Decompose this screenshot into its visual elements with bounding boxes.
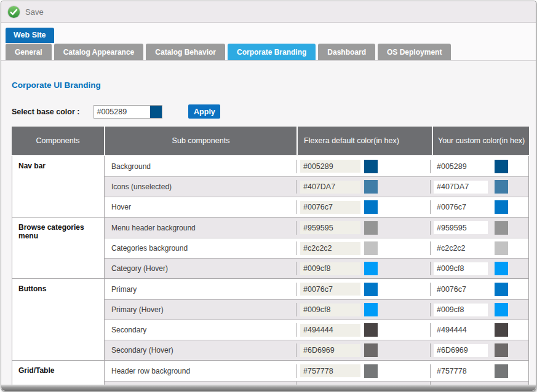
default-color-cell — [296, 160, 430, 173]
tab-dashboard[interactable]: Dashboard — [318, 44, 375, 60]
default-color-cell — [296, 364, 430, 378]
default-color-swatch — [364, 283, 378, 296]
default-color-input — [300, 221, 360, 234]
tab-general[interactable]: General — [6, 44, 52, 60]
column-header: Flexera default color(in hex) — [298, 127, 432, 155]
custom-color-input[interactable] — [434, 283, 488, 296]
secondary-tab-strip: GeneralCatalog AppearanceCatalog Behavio… — [1, 44, 536, 61]
custom-color-cell — [430, 323, 527, 337]
tab-corporate-branding[interactable]: Corporate Branding — [228, 44, 316, 60]
column-header: Your custom color(in hex) — [433, 127, 529, 155]
table-row: Secondary — [105, 319, 528, 340]
custom-color-cell — [430, 262, 527, 275]
tab-os-deployment[interactable]: OS Deployment — [378, 44, 451, 60]
table-row: Categories background — [105, 238, 528, 258]
sub-component-label: Primary — [105, 285, 296, 294]
save-label: Save — [25, 7, 44, 17]
branding-table-body: Nav barBackgroundIcons (unselected)Hover… — [12, 156, 529, 388]
custom-color-input[interactable] — [434, 364, 488, 377]
component-group: Nav barBackgroundIcons (unselected)Hover — [12, 156, 528, 217]
app-window: Save Web Site GeneralCatalog AppearanceC… — [1, 1, 536, 391]
custom-color-swatch — [495, 180, 508, 194]
custom-color-cell — [430, 221, 527, 235]
default-color-cell — [296, 343, 430, 357]
custom-color-cell — [430, 364, 527, 378]
custom-color-cell — [430, 160, 527, 173]
window-bottom-edge — [1, 385, 536, 391]
tab-catalog-appearance[interactable]: Catalog Appearance — [54, 44, 144, 60]
base-color-label: Select base color : — [12, 108, 79, 116]
sub-component-label: Secondary (Hover) — [105, 346, 296, 355]
sub-component-label: Background — [105, 162, 296, 171]
default-color-input — [300, 201, 360, 214]
default-color-input — [300, 324, 360, 337]
sub-component-label: Header row background — [105, 367, 296, 375]
default-color-input — [300, 262, 360, 275]
custom-color-input[interactable] — [434, 160, 488, 173]
column-header: Components — [12, 127, 104, 155]
sub-component-label: Primary (Hover) — [105, 305, 296, 314]
custom-color-swatch — [495, 364, 508, 378]
tab-web-site[interactable]: Web Site — [6, 28, 54, 43]
default-color-cell — [296, 303, 430, 316]
save-button[interactable]: Save — [7, 5, 44, 19]
custom-color-cell — [430, 180, 527, 194]
branding-table: ComponentsSub componentsFlexera default … — [12, 127, 529, 388]
table-row: Hover — [105, 197, 528, 217]
default-color-swatch — [364, 323, 378, 337]
custom-color-swatch — [495, 283, 508, 296]
default-color-input — [300, 181, 360, 194]
default-color-cell — [296, 262, 430, 275]
default-color-input — [300, 304, 360, 316]
table-row: Primary (Hover) — [105, 299, 528, 319]
custom-color-swatch — [495, 241, 508, 255]
sub-component-label: Icons (unselected) — [105, 182, 296, 191]
default-color-cell — [296, 221, 430, 235]
sub-component-label: Hover — [105, 203, 296, 211]
default-color-swatch — [364, 180, 378, 194]
default-color-cell — [296, 200, 430, 214]
base-color-swatch[interactable] — [150, 105, 162, 119]
component-cell: Buttons — [12, 279, 105, 360]
base-color-input[interactable] — [93, 105, 150, 119]
sub-component-label: Menu header background — [105, 224, 296, 232]
apply-button[interactable]: Apply — [188, 104, 220, 119]
custom-color-input[interactable] — [434, 344, 488, 357]
custom-color-input[interactable] — [434, 262, 488, 275]
default-color-swatch — [364, 221, 378, 235]
custom-color-input[interactable] — [434, 324, 488, 337]
custom-color-input[interactable] — [434, 221, 488, 234]
toolbar: Save — [1, 1, 536, 23]
custom-color-swatch — [495, 303, 508, 316]
default-color-cell — [296, 180, 430, 194]
custom-color-input[interactable] — [434, 242, 488, 255]
default-color-swatch — [364, 343, 378, 357]
custom-color-cell — [430, 343, 527, 357]
sub-component-label: Categories background — [105, 244, 296, 253]
branding-table-header: ComponentsSub componentsFlexera default … — [12, 127, 529, 155]
custom-color-input[interactable] — [434, 304, 488, 316]
custom-color-cell — [430, 200, 527, 214]
tab-catalog-behavior[interactable]: Catalog Behavior — [146, 44, 225, 60]
component-group: Grid/TableHeader row backgroundRow selec… — [12, 360, 528, 387]
component-group: ButtonsPrimaryPrimary (Hover)SecondarySe… — [12, 278, 528, 360]
table-row: Primary — [105, 279, 528, 299]
table-row: Menu header background — [105, 218, 528, 238]
default-color-input — [300, 242, 360, 255]
custom-color-input[interactable] — [434, 201, 488, 214]
custom-color-swatch — [495, 262, 508, 275]
table-row: Icons (unselected) — [105, 176, 528, 197]
default-color-swatch — [364, 200, 378, 214]
custom-color-cell — [430, 303, 527, 316]
custom-color-cell — [430, 241, 527, 255]
table-row: Category (Hover) — [105, 258, 528, 278]
default-color-cell — [296, 323, 430, 337]
default-color-cell — [296, 283, 430, 296]
custom-color-input[interactable] — [434, 181, 488, 194]
custom-color-cell — [430, 283, 527, 296]
sub-component-label: Secondary — [105, 326, 296, 334]
default-color-swatch — [364, 262, 378, 275]
default-color-input — [300, 160, 360, 173]
table-row: Secondary (Hover) — [105, 340, 528, 360]
custom-color-swatch — [495, 160, 508, 173]
